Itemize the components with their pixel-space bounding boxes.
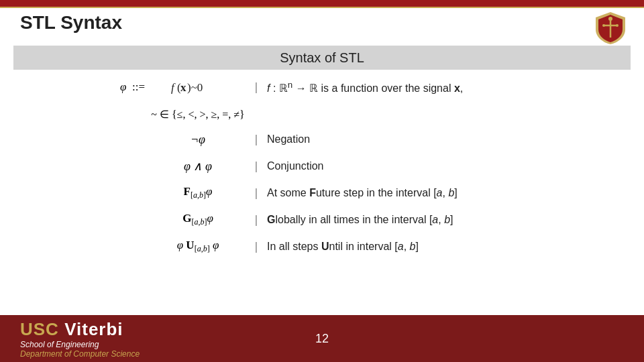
formula-empty: [13, 102, 148, 126]
gold-line: [0, 7, 644, 8]
top-bar: [0, 0, 644, 7]
footer-school: School of Engineering: [20, 340, 140, 349]
svg-text:f: f: [171, 81, 176, 94]
footer: USC Viterbi School of Engineering Depart…: [0, 315, 644, 362]
footer-usc-viterbi: USC Viterbi: [20, 319, 140, 340]
formula-empty2: [13, 126, 148, 153]
separator: |: [248, 72, 264, 102]
svg-text:x: x: [180, 81, 186, 94]
svg-point-2: [608, 17, 612, 21]
row-global-desc: Globally in all times in the interval [a…: [264, 206, 631, 233]
table-row: G[a,b]φ | Globally in all times in the i…: [13, 206, 631, 233]
row-until-desc: In all steps Until in interval [a, b]: [264, 233, 631, 260]
usc-logo: [593, 9, 628, 44]
svg-point-3: [602, 24, 605, 27]
svg-text:)~0: )~0: [187, 81, 203, 94]
row-neg-desc: Negation: [264, 126, 631, 153]
separator-until: |: [248, 233, 264, 260]
footer-logo-text: USC Viterbi School of Engineering Depart…: [20, 319, 140, 359]
separator-future: |: [248, 180, 264, 206]
formula-empty5: [13, 206, 148, 233]
formula-future: F[a,b]φ: [148, 180, 248, 206]
table-row: F[a,b]φ | At some Future step in the int…: [13, 180, 631, 206]
footer-usc-text: USC Viterbi: [20, 319, 123, 339]
formula-global: G[a,b]φ: [148, 206, 248, 233]
formula-conj: φ ∧ φ: [148, 153, 248, 180]
formula-phi-def: φ ::=: [13, 72, 148, 102]
table-row: φ ::= f ( x )~0 | f : ℝn → ℝ is a functi…: [13, 72, 631, 102]
footer-dept: Department of Computer Science: [20, 349, 140, 359]
footer-page-number: 12: [315, 332, 329, 346]
table-row: ~ ∈ {≤, <, >, ≥, =, ≠}: [13, 102, 631, 126]
main-content: φ ::= f ( x )~0 | f : ℝn → ℝ is a functi…: [13, 72, 631, 312]
table-row: φ ∧ φ | Conjunction: [13, 153, 631, 180]
svg-point-4: [616, 24, 619, 27]
syntax-header-box: Syntax of STL: [13, 46, 631, 70]
separator-neg: |: [248, 126, 264, 153]
formula-f-x: f ( x )~0: [148, 72, 248, 102]
table-row: φ U[a,b] φ | In all steps Until in inter…: [13, 233, 631, 260]
formula-empty4: [13, 180, 148, 206]
syntax-table: φ ::= f ( x )~0 | f : ℝn → ℝ is a functi…: [13, 72, 631, 260]
row-conj-desc: Conjunction: [264, 153, 631, 180]
formula-until: φ U[a,b] φ: [148, 233, 248, 260]
separator-global: |: [248, 206, 264, 233]
syntax-header-text: Syntax of STL: [280, 50, 364, 66]
table-row: ¬φ | Negation: [13, 126, 631, 153]
row-future-desc: At some Future step in the interval [a, …: [264, 180, 631, 206]
formula-empty3: [13, 153, 148, 180]
formula-neg: ¬φ: [148, 126, 248, 153]
row-tilde-desc: [264, 102, 631, 126]
separator-conj: |: [248, 153, 264, 180]
formula-tilde: ~ ∈ {≤, <, >, ≥, =, ≠}: [148, 102, 248, 126]
formula-empty6: [13, 233, 148, 260]
separator-empty: [248, 102, 264, 126]
row-base-desc: f : ℝn → ℝ is a function over the signal…: [264, 72, 631, 102]
page-title: STL Syntax: [20, 12, 122, 34]
